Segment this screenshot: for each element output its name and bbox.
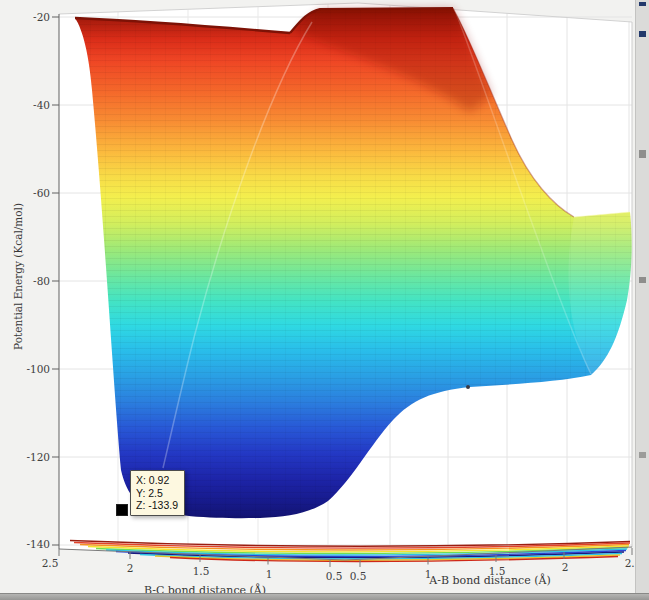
edge-mark bbox=[639, 452, 646, 458]
ab-tick-label: 2 bbox=[562, 561, 569, 573]
bc-tick-label: 0.5 bbox=[326, 570, 343, 582]
z-tick-label: -40 bbox=[12, 99, 50, 111]
datatip-x: X: 0.92 bbox=[136, 474, 178, 487]
surface-plot-canvas[interactable] bbox=[0, 0, 649, 600]
z-tick-label: -120 bbox=[12, 451, 50, 463]
bc-tick-label: 1.5 bbox=[193, 565, 210, 577]
bc-tick-label: 1 bbox=[266, 568, 273, 580]
edge-mark bbox=[639, 277, 646, 283]
surface-point-dot bbox=[466, 385, 470, 389]
z-tick-label: -140 bbox=[12, 538, 50, 550]
edge-mark bbox=[639, 2, 646, 6]
window-right-edge-strip bbox=[635, 0, 649, 600]
z-tick-label: -20 bbox=[12, 11, 50, 23]
figure-window: -20 -40 -60 -80 -100 -120 -140 Potential… bbox=[0, 0, 649, 600]
bc-tick-label: 2.5 bbox=[42, 557, 59, 569]
ab-axis-title: A-B bond distance (Å) bbox=[429, 574, 551, 587]
z-axis-spine bbox=[52, 14, 59, 549]
datatip-z: Z: -133.9 bbox=[136, 499, 178, 512]
window-bottom-edge-bar bbox=[0, 593, 649, 600]
z-tick-label: -100 bbox=[12, 363, 50, 375]
ab-tick-label: 0.5 bbox=[350, 570, 367, 582]
bc-tick-label: 2 bbox=[127, 562, 134, 574]
z-axis-title: Potential Energy (Kcal/mol) bbox=[12, 210, 24, 350]
datatip-y: Y: 2.5 bbox=[136, 487, 178, 500]
edge-mark bbox=[639, 150, 646, 158]
edge-mark bbox=[639, 31, 646, 37]
z-tick-label: -60 bbox=[12, 187, 50, 199]
datatip-marker[interactable] bbox=[116, 504, 128, 516]
datatip[interactable]: X: 0.92 Y: 2.5 Z: -133.9 bbox=[130, 470, 185, 516]
